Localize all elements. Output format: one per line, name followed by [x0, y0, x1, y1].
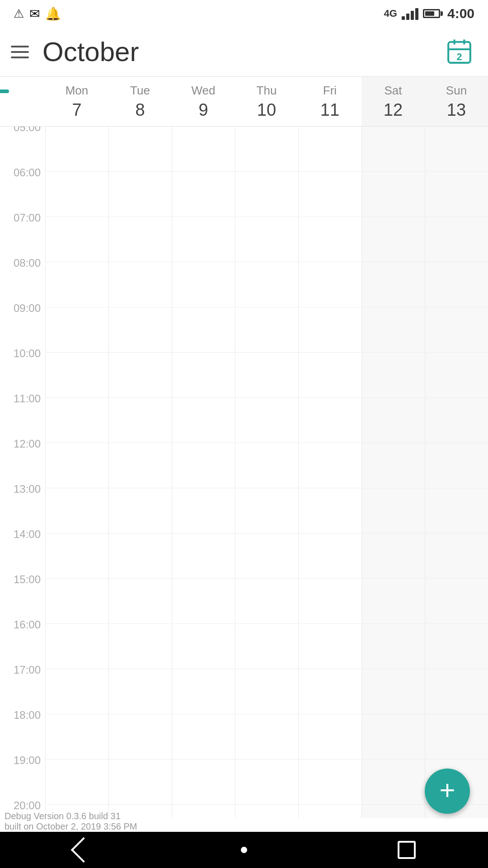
- grid-cell[interactable]: [299, 262, 361, 307]
- grid-cell[interactable]: [362, 307, 425, 353]
- calendar-today-button[interactable]: 2: [441, 34, 477, 70]
- grid-cell[interactable]: [109, 714, 172, 760]
- grid-cell[interactable]: [362, 714, 425, 760]
- grid-cell[interactable]: [235, 172, 298, 217]
- grid-cell[interactable]: [299, 579, 361, 624]
- grid-cell[interactable]: [46, 579, 108, 624]
- grid-cell[interactable]: [46, 624, 108, 669]
- grid-cell[interactable]: [425, 533, 488, 579]
- grid-cell[interactable]: [109, 669, 172, 714]
- grid-cell[interactable]: [299, 533, 361, 579]
- grid-cell[interactable]: [235, 624, 298, 669]
- grid-cell[interactable]: [172, 217, 235, 262]
- grid-cell[interactable]: [299, 760, 361, 805]
- grid-cell[interactable]: [362, 262, 425, 307]
- grid-column-wed[interactable]: [172, 127, 235, 818]
- grid-cell[interactable]: [172, 714, 235, 760]
- grid-cell[interactable]: [425, 669, 488, 714]
- grid-cell[interactable]: [425, 172, 488, 217]
- grid-cell[interactable]: [235, 307, 298, 353]
- grid-cell[interactable]: [109, 443, 172, 488]
- grid-cell[interactable]: [362, 805, 425, 818]
- grid-cell[interactable]: [362, 624, 425, 669]
- grid-cell[interactable]: [172, 353, 235, 398]
- grid-cell[interactable]: [109, 262, 172, 307]
- grid-cell[interactable]: [172, 307, 235, 353]
- menu-button[interactable]: [11, 41, 33, 63]
- grid-cell[interactable]: [362, 127, 425, 172]
- grid-cell[interactable]: [362, 398, 425, 443]
- grid-column-mon[interactable]: [45, 127, 108, 818]
- grid-column-sun[interactable]: [425, 127, 488, 818]
- grid-cell[interactable]: [362, 217, 425, 262]
- grid-cell[interactable]: [235, 398, 298, 443]
- grid-cell[interactable]: [46, 307, 108, 353]
- grid-cell[interactable]: [235, 579, 298, 624]
- grid-cell[interactable]: [109, 760, 172, 805]
- grid-cell[interactable]: [109, 353, 172, 398]
- grid-cell[interactable]: [46, 488, 108, 533]
- grid-cell[interactable]: [299, 398, 361, 443]
- grid-cell[interactable]: [172, 398, 235, 443]
- grid-cell[interactable]: [299, 669, 361, 714]
- grid-cell[interactable]: [109, 307, 172, 353]
- grid-column-sat[interactable]: [361, 127, 425, 818]
- grid-cell[interactable]: [425, 353, 488, 398]
- grid-cell[interactable]: [299, 805, 361, 818]
- grid-cell[interactable]: [299, 624, 361, 669]
- grid-cell[interactable]: [46, 172, 108, 217]
- grid-cell[interactable]: [362, 533, 425, 579]
- grid-cell[interactable]: [109, 488, 172, 533]
- grid-cell[interactable]: [425, 307, 488, 353]
- grid-cell[interactable]: [235, 760, 298, 805]
- grid-cell[interactable]: [46, 217, 108, 262]
- grid-cell[interactable]: [235, 353, 298, 398]
- grid-cell[interactable]: [425, 217, 488, 262]
- grid-cell[interactable]: [172, 172, 235, 217]
- grid-cell[interactable]: [109, 217, 172, 262]
- grid-cell[interactable]: [109, 172, 172, 217]
- grid-cell[interactable]: [109, 624, 172, 669]
- grid-cell[interactable]: [235, 127, 298, 172]
- grid-cell[interactable]: [299, 172, 361, 217]
- grid-cell[interactable]: [235, 805, 298, 818]
- grid-cell[interactable]: [425, 624, 488, 669]
- grid-cell[interactable]: [109, 533, 172, 579]
- grid-cell[interactable]: [172, 443, 235, 488]
- grid-cell[interactable]: [235, 217, 298, 262]
- grid-cell[interactable]: [299, 714, 361, 760]
- grid-cell[interactable]: [172, 127, 235, 172]
- grid-cell[interactable]: [46, 669, 108, 714]
- grid-cell[interactable]: [172, 669, 235, 714]
- grid-cell[interactable]: [299, 443, 361, 488]
- grid-cell[interactable]: [299, 353, 361, 398]
- grid-cell[interactable]: [425, 579, 488, 624]
- grid-cell[interactable]: [46, 714, 108, 760]
- grid-cell[interactable]: [235, 443, 298, 488]
- grid-column-thu[interactable]: [235, 127, 298, 818]
- grid-cell[interactable]: [172, 760, 235, 805]
- grid-cell[interactable]: [362, 488, 425, 533]
- grid-column-tue[interactable]: [108, 127, 172, 818]
- grid-cell[interactable]: [425, 262, 488, 307]
- grid-cell[interactable]: [235, 669, 298, 714]
- grid-cell[interactable]: [46, 353, 108, 398]
- grid-cell[interactable]: [362, 443, 425, 488]
- grid-cell[interactable]: [172, 488, 235, 533]
- grid-cell[interactable]: [172, 579, 235, 624]
- grid-cell[interactable]: [362, 172, 425, 217]
- grid-cell[interactable]: [46, 760, 108, 805]
- grid-cell[interactable]: [235, 714, 298, 760]
- grid-cell[interactable]: [46, 262, 108, 307]
- grid-cell[interactable]: [425, 443, 488, 488]
- grid-column-fri[interactable]: [298, 127, 361, 818]
- grid-cell[interactable]: [235, 262, 298, 307]
- grid-cell[interactable]: [299, 488, 361, 533]
- grid-cell[interactable]: [172, 262, 235, 307]
- grid-cell[interactable]: [425, 398, 488, 443]
- add-event-button[interactable]: +: [425, 769, 470, 814]
- home-button[interactable]: [226, 836, 262, 863]
- grid-cell[interactable]: [109, 127, 172, 172]
- grid-cell[interactable]: [172, 533, 235, 579]
- grid-cell[interactable]: [109, 579, 172, 624]
